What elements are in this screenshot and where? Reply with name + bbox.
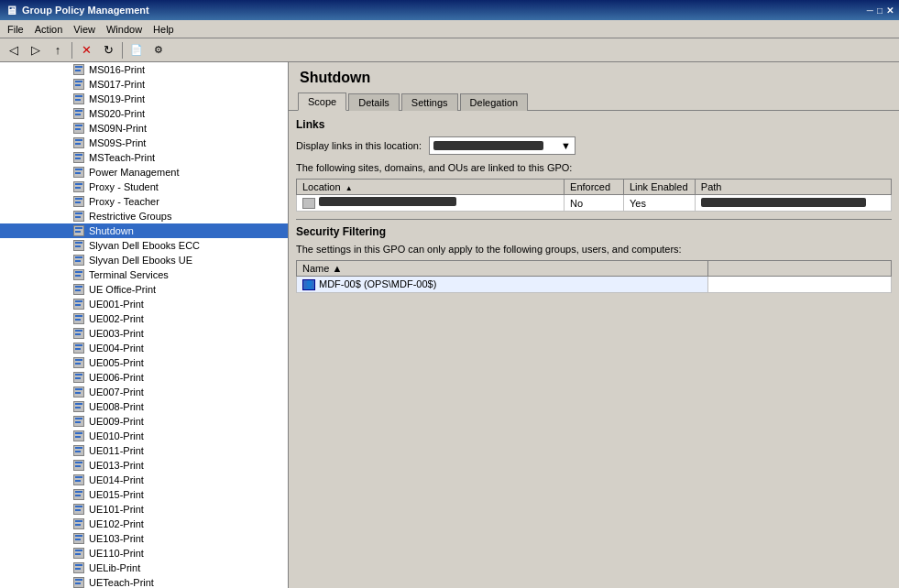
tree-item-proxy---student[interactable]: Proxy - Student bbox=[0, 180, 288, 194]
tree-item-label: Proxy - Teacher bbox=[89, 196, 159, 207]
tree-item-ue010-print[interactable]: UE010-Print bbox=[0, 429, 288, 443]
col-link-enabled[interactable]: Link Enabled bbox=[623, 180, 695, 195]
tree-item-ms019-print[interactable]: MS019-Print bbox=[0, 92, 288, 106]
tree-item-ue011-print[interactable]: UE011-Print bbox=[0, 443, 288, 458]
tree-item-ms020-print[interactable]: MS020-Print bbox=[0, 106, 288, 121]
location-cell bbox=[297, 195, 565, 212]
tree-item-ms09s-print[interactable]: MS09S-Print bbox=[0, 136, 288, 150]
tree-item-ue013-print[interactable]: UE013-Print bbox=[0, 458, 288, 473]
tree-item-label: UE101-Print bbox=[89, 504, 144, 515]
close-button[interactable]: ✕ bbox=[886, 5, 894, 16]
path-cell bbox=[695, 195, 891, 212]
tab-details[interactable]: Details bbox=[348, 93, 400, 111]
up-button[interactable]: ↑ bbox=[48, 40, 68, 60]
tree-item-ue-office-print[interactable]: UE Office-Print bbox=[0, 282, 288, 297]
policy-icon bbox=[71, 430, 86, 442]
col-enforced[interactable]: Enforced bbox=[565, 180, 624, 195]
forward-button[interactable]: ▷ bbox=[26, 40, 46, 60]
tree-item-label: MS09N-Print bbox=[89, 123, 147, 134]
tab-settings[interactable]: Settings bbox=[401, 93, 458, 111]
tree-item-ue102-print[interactable]: UE102-Print bbox=[0, 517, 288, 531]
tree-item-restrictive-groups[interactable]: Restrictive Groups bbox=[0, 209, 288, 223]
maximize-button[interactable]: □ bbox=[877, 5, 883, 16]
tree-item-slyvan-dell-ebooks-ecc[interactable]: Slyvan Dell Ebooks ECC bbox=[0, 238, 288, 253]
tree-item-uelib-print[interactable]: UELib-Print bbox=[0, 561, 288, 575]
menu-window[interactable]: Window bbox=[101, 22, 148, 37]
tree-item-label: UE015-Print bbox=[89, 489, 144, 500]
tree-item-label: UE007-Print bbox=[89, 387, 144, 397]
tree-item-label: MS020-Print bbox=[89, 108, 145, 119]
tree-item-label: UE010-Print bbox=[89, 430, 144, 441]
policy-icon bbox=[71, 342, 86, 354]
tree-item-label: Proxy - Student bbox=[89, 181, 159, 192]
policy-icon bbox=[71, 283, 86, 296]
col-path[interactable]: Path bbox=[695, 180, 891, 195]
tree-item-ue006-print[interactable]: UE006-Print bbox=[0, 370, 288, 385]
tree-item-ue110-print[interactable]: UE110-Print bbox=[0, 546, 288, 561]
col-location[interactable]: Location ▲ bbox=[297, 180, 565, 195]
tree-item-ue002-print[interactable]: UE002-Print bbox=[0, 311, 288, 326]
tab-scope[interactable]: Scope bbox=[298, 93, 346, 111]
properties-button[interactable]: ⚙ bbox=[148, 40, 169, 60]
display-links-row: Display links in this location: ▼ bbox=[296, 136, 892, 155]
tree-item-ue004-print[interactable]: UE004-Print bbox=[0, 341, 288, 355]
user-icon: 👤 bbox=[302, 279, 315, 290]
tree-item-ms09n-print[interactable]: MS09N-Print bbox=[0, 121, 288, 136]
tree-item-ue008-print[interactable]: UE008-Print bbox=[0, 399, 288, 414]
tree-item-ue103-print[interactable]: UE103-Print bbox=[0, 531, 288, 546]
security-name-cell: 👤MDF-00$ (OPS\MDF-00$) bbox=[297, 277, 708, 293]
tree-item-ue007-print[interactable]: UE007-Print bbox=[0, 385, 288, 399]
tree-item-terminal-services[interactable]: Terminal Services bbox=[0, 267, 288, 282]
tree-item-ue014-print[interactable]: UE014-Print bbox=[0, 473, 288, 487]
delete-button[interactable]: ✕ bbox=[76, 40, 96, 60]
tree-item-label: UE001-Print bbox=[89, 299, 144, 310]
policy-icon bbox=[71, 371, 86, 384]
security-extra-cell bbox=[708, 277, 892, 293]
policy-icon bbox=[71, 136, 86, 149]
tree-item-label: UE102-Print bbox=[89, 518, 144, 529]
policy-icon bbox=[71, 356, 86, 369]
tree-item-label: UE Office-Print bbox=[89, 284, 156, 295]
links-header: Links bbox=[296, 118, 892, 131]
tree-item-ue005-print[interactable]: UE005-Print bbox=[0, 355, 288, 370]
tab-content: Links Display links in this location: ▼ … bbox=[289, 111, 899, 588]
back-button[interactable]: ◁ bbox=[4, 40, 24, 60]
col-name[interactable]: Name ▲ bbox=[297, 261, 708, 277]
tree-item-label: UE013-Print bbox=[89, 460, 144, 471]
minimize-button[interactable]: ─ bbox=[867, 5, 873, 16]
tree-item-msteach-print[interactable]: MSTeach-Print bbox=[0, 150, 288, 165]
policy-icon bbox=[71, 503, 86, 516]
tree-item-label: UE103-Print bbox=[89, 533, 144, 544]
tree-item-ms016-print[interactable]: MS016-Print bbox=[0, 62, 288, 77]
tree-item-ue003-print[interactable]: UE003-Print bbox=[0, 326, 288, 341]
tree-item-slyvan-dell-ebooks-ue[interactable]: Slyvan Dell Ebooks UE bbox=[0, 253, 288, 267]
links-description: The following sites, domains, and OUs ar… bbox=[296, 162, 892, 173]
menu-file[interactable]: File bbox=[2, 22, 29, 37]
tree-item-ue101-print[interactable]: UE101-Print bbox=[0, 502, 288, 517]
refresh-button[interactable]: ↻ bbox=[98, 40, 118, 60]
left-panel[interactable]: MS016-PrintMS017-PrintMS019-PrintMS020-P… bbox=[0, 62, 289, 588]
tree-item-power-management[interactable]: Power Management bbox=[0, 165, 288, 180]
tab-delegation[interactable]: Delegation bbox=[460, 93, 529, 111]
tree-items: MS016-PrintMS017-PrintMS019-PrintMS020-P… bbox=[0, 62, 288, 588]
menu-view[interactable]: View bbox=[68, 22, 101, 37]
tree-item-proxy---teacher[interactable]: Proxy - Teacher bbox=[0, 194, 288, 209]
tree-item-label: MS016-Print bbox=[89, 64, 145, 75]
tree-item-ms017-print[interactable]: MS017-Print bbox=[0, 77, 288, 92]
tree-item-label: UE006-Print bbox=[89, 372, 144, 383]
menu-action[interactable]: Action bbox=[29, 22, 69, 37]
export-button[interactable]: 📄 bbox=[126, 40, 147, 60]
security-table-row[interactable]: 👤MDF-00$ (OPS\MDF-00$) bbox=[297, 277, 892, 293]
policy-icon bbox=[71, 561, 86, 574]
tree-item-ue001-print[interactable]: UE001-Print bbox=[0, 297, 288, 311]
table-row[interactable]: NoYes bbox=[297, 195, 892, 212]
menu-help[interactable]: Help bbox=[148, 22, 180, 37]
tree-item-ue015-print[interactable]: UE015-Print bbox=[0, 487, 288, 502]
tree-item-ue009-print[interactable]: UE009-Print bbox=[0, 414, 288, 429]
tree-item-ueteach-print[interactable]: UETeach-Print bbox=[0, 575, 288, 588]
toolbar-separator-2 bbox=[122, 42, 123, 59]
display-links-dropdown[interactable]: ▼ bbox=[429, 136, 576, 155]
security-section: Security Filtering The settings in this … bbox=[296, 219, 892, 293]
tree-item-shutdown[interactable]: Shutdown bbox=[0, 223, 288, 238]
right-panel-title: Shutdown bbox=[289, 62, 899, 92]
